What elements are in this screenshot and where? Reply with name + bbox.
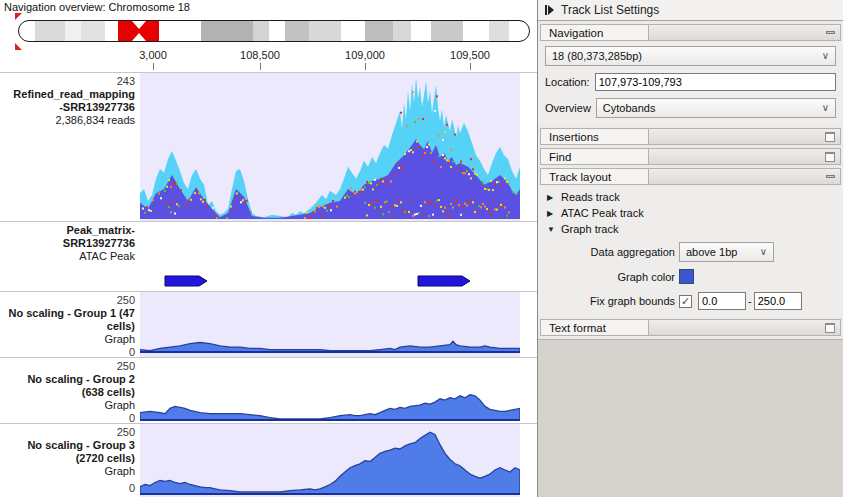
track-max-value: 243: [2, 75, 135, 88]
section-track-layout[interactable]: Track layout: [540, 168, 841, 185]
track-group3-labels: 250 No scaling - Group 3 (2720 cells) Gr…: [0, 424, 140, 497]
section-insertions[interactable]: Insertions: [540, 128, 841, 145]
ruler-tick-label: 3,000: [139, 49, 167, 61]
disclosure-collapsed-icon[interactable]: ▶: [547, 209, 555, 218]
position-ruler: 3,000108,500109,000109,500: [140, 49, 520, 72]
ruler-tick-mark: [470, 63, 471, 70]
track-name: No scaling - Group 3: [2, 439, 135, 452]
chromosome-select[interactable]: 18 (80,373,285bp) ∨: [545, 46, 836, 66]
collapse-section-icon[interactable]: [826, 31, 835, 34]
track-group2-labels: 250 No scaling - Group 2 (638 cells) Gra…: [0, 358, 140, 423]
fix-graph-bounds-label: Fix graph bounds: [538, 295, 679, 307]
section-text-format[interactable]: Text format: [540, 319, 841, 336]
track-max-value: 250: [2, 426, 135, 439]
atac-peak-annotation[interactable]: [418, 276, 470, 286]
bounds-dash: -: [746, 295, 754, 307]
reads-track-label: Reads track: [561, 191, 620, 203]
graph-color-swatch[interactable]: [679, 269, 694, 284]
track-subtitle: Graph: [2, 465, 135, 478]
track-atac-peaks: Peak_matrix- SRR13927736 ATAC Peak: [0, 221, 537, 291]
navigation-overview-title: Navigation overview: Chromosome 18: [4, 1, 190, 13]
overview-select[interactable]: Cytobands ∨: [596, 98, 836, 118]
genome-browser-window: Navigation overview: Chromosome 18 3,000…: [0, 0, 843, 497]
collapse-section-icon[interactable]: [826, 175, 835, 178]
popout-window-icon[interactable]: [825, 323, 835, 333]
group2-plot[interactable]: [140, 358, 520, 423]
location-input[interactable]: [595, 73, 836, 91]
overview-select-value: Cytobands: [603, 102, 656, 114]
atac-peaks-plot[interactable]: [140, 222, 520, 291]
ruler-tick-mark: [260, 63, 261, 70]
atac-peak-track-label: ATAC Peak track: [561, 207, 644, 219]
track-name: No scaling - Group 2: [2, 373, 135, 386]
overview-label: Overview: [545, 102, 591, 114]
reads-track-item[interactable]: ▶ Reads track: [538, 189, 843, 205]
atac-peak-track-item[interactable]: ▶ ATAC Peak track: [538, 205, 843, 221]
section-find[interactable]: Find: [540, 148, 841, 165]
track-name: No scaling - Group 1 (47: [2, 307, 135, 320]
track-group1-labels: 250 No scaling - Group 1 (47 cells) Grap…: [0, 292, 140, 357]
track-subtitle: ATAC Peak: [2, 250, 135, 263]
section-navigation[interactable]: Navigation: [540, 24, 841, 41]
data-aggregation-select[interactable]: above 1bp ∨: [679, 242, 774, 262]
track-name: Peak_matrix-: [2, 224, 135, 237]
data-aggregation-label: Data aggregation: [538, 246, 679, 258]
track-min-value: 0: [2, 482, 135, 495]
track-name: Refined_read_mapping: [2, 88, 135, 101]
ruler-tick-mark: [153, 63, 154, 70]
fix-graph-bounds-checkbox[interactable]: ✓: [679, 295, 692, 308]
section-track-layout-label: Track layout: [549, 171, 611, 183]
track-group1: 250 No scaling - Group 1 (47 cells) Grap…: [0, 291, 537, 357]
track-group2: 250 No scaling - Group 2 (638 cells) Gra…: [0, 357, 537, 423]
location-label: Location:: [545, 76, 590, 88]
track-list-settings-panel: Track List Settings Navigation 18 (80,37…: [537, 0, 843, 497]
settings-panel-header: Track List Settings: [538, 0, 843, 21]
track-name: cells): [2, 320, 135, 333]
track-name: -SRR13927736: [2, 101, 135, 114]
track-list-view: Navigation overview: Chromosome 18 3,000…: [0, 0, 537, 497]
ruler-tick-label: 109,000: [345, 49, 385, 61]
track-subtitle: 2,386,834 reads: [2, 114, 135, 127]
track-name: SRR13927736: [2, 237, 135, 250]
track-read-mapping: 243 Refined_read_mapping -SRR13927736 2,…: [0, 72, 537, 221]
coverage-plot[interactable]: [140, 73, 520, 221]
settings-panel-title: Track List Settings: [561, 3, 659, 17]
panel-collapse-icon[interactable]: [545, 5, 554, 15]
data-aggregation-value: above 1bp: [686, 246, 737, 258]
disclosure-collapsed-icon[interactable]: ▶: [547, 193, 555, 202]
ruler-tick-label: 108,500: [240, 49, 280, 61]
navigation-section-content: 18 (80,373,285bp) ∨ Location: Overview C…: [538, 41, 843, 125]
track-max-value: 250: [2, 360, 135, 373]
section-text-format-label: Text format: [549, 322, 606, 334]
bounds-max-input[interactable]: [754, 292, 802, 310]
graph-track-item[interactable]: ▼ Graph track: [538, 221, 843, 237]
view-position-marker-bottom-icon: [15, 43, 22, 50]
atac-peak-annotation[interactable]: [165, 276, 207, 286]
graph-color-label: Graph color: [538, 271, 679, 283]
track-subtitle: Graph: [2, 333, 135, 346]
group3-plot[interactable]: [140, 424, 520, 497]
ruler-tick-label: 109,500: [450, 49, 490, 61]
track-name: (2720 cells): [2, 452, 135, 465]
disclosure-expanded-icon[interactable]: ▼: [547, 225, 555, 234]
ruler-tick-mark: [365, 63, 366, 70]
chevron-down-icon: ∨: [760, 246, 767, 257]
popout-window-icon[interactable]: [825, 152, 835, 162]
section-navigation-label: Navigation: [549, 27, 603, 39]
track-name: (638 cells): [2, 386, 135, 399]
view-position-marker-top-icon: [15, 13, 22, 20]
group1-plot[interactable]: [140, 292, 520, 357]
section-insertions-label: Insertions: [549, 131, 599, 143]
panel-empty-area: [538, 339, 843, 497]
tracks-container: 243 Refined_read_mapping -SRR13927736 2,…: [0, 72, 537, 497]
graph-track-label: Graph track: [561, 223, 618, 235]
track-atac-peaks-labels: Peak_matrix- SRR13927736 ATAC Peak: [0, 222, 140, 291]
track-subtitle: Graph: [2, 399, 135, 412]
chromosome-ideogram[interactable]: [18, 20, 530, 42]
track-layout-content: ▶ Reads track ▶ ATAC Peak track ▼ Graph …: [538, 185, 843, 316]
chevron-down-icon: ∨: [822, 102, 829, 113]
bounds-min-input[interactable]: [698, 292, 746, 310]
section-find-label: Find: [549, 151, 571, 163]
chromosome-select-value: 18 (80,373,285bp): [552, 50, 642, 62]
popout-window-icon[interactable]: [825, 132, 835, 142]
